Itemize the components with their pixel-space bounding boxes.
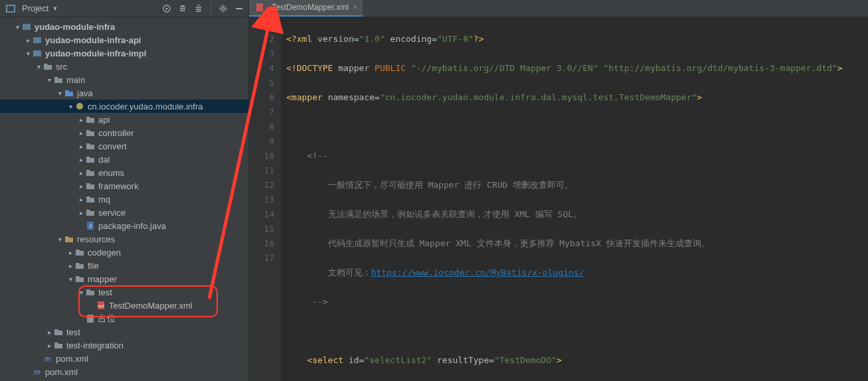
tree-module[interactable]: ▾yudao-module-infra xyxy=(0,20,248,33)
editor-tabbar: TestDemoMapper.xml × xyxy=(249,0,868,17)
project-title[interactable]: Project ▼ xyxy=(5,3,58,14)
text-file-icon xyxy=(85,313,96,324)
svg-rect-13 xyxy=(87,315,94,323)
module-icon xyxy=(32,48,43,58)
tree-file[interactable]: ▸占位 xyxy=(0,312,248,325)
svg-text:m: m xyxy=(34,368,41,376)
editor-tab-label: TestDemoMapper.xml xyxy=(272,3,349,12)
svg-rect-6 xyxy=(33,37,41,43)
tree-folder[interactable]: ▾test xyxy=(0,285,248,299)
code-content[interactable]: <?xml version="1.0" encoding="UTF-8"?> <… xyxy=(281,17,868,381)
tree-label: cn.iocoder.yudao.module.infra xyxy=(88,102,203,112)
tree-label: convert xyxy=(98,141,127,151)
tree-package[interactable]: ▸framework xyxy=(0,179,248,192)
tree-file-pom[interactable]: ▸mpom.xml xyxy=(0,365,248,378)
tree-source-folder[interactable]: ▾java xyxy=(0,86,248,100)
tree-label: test xyxy=(98,287,112,297)
tree-label: mapper xyxy=(88,274,117,284)
folder-icon xyxy=(53,74,64,85)
package-icon xyxy=(74,101,85,112)
resources-folder-icon xyxy=(64,234,74,244)
close-icon[interactable]: × xyxy=(353,3,357,12)
maven-icon: m xyxy=(32,366,43,377)
tree-module[interactable]: ▸yudao-module-infra-api xyxy=(0,33,248,46)
tree-label: codegen xyxy=(88,248,121,258)
svg-point-8 xyxy=(76,103,83,110)
tree-folder[interactable]: ▾mapper xyxy=(0,272,248,285)
tree-label: package-info.java xyxy=(98,221,166,231)
tree-package[interactable]: ▸service xyxy=(0,206,248,219)
tree-resources-folder[interactable]: ▾resources xyxy=(0,232,248,246)
folder-icon xyxy=(85,287,96,297)
svg-text:xml: xml xyxy=(98,304,104,308)
tree-package[interactable]: ▾cn.iocoder.yudao.module.infra xyxy=(0,100,248,113)
svg-rect-16 xyxy=(256,3,263,11)
tree-label: yudao-module-infra-api xyxy=(45,35,141,45)
tree-package[interactable]: ▸controller xyxy=(0,126,248,139)
tree-folder[interactable]: ▾src xyxy=(0,60,248,73)
project-tree[interactable]: ▾yudao-module-infra ▸yudao-module-infra-… xyxy=(0,17,248,381)
folder-icon xyxy=(53,340,64,350)
tree-label: file xyxy=(88,261,99,271)
package-icon xyxy=(85,194,96,204)
source-folder-icon xyxy=(64,88,74,98)
tree-module[interactable]: ▾yudao-module-infra-impl xyxy=(0,46,248,60)
tree-package[interactable]: ▸mq xyxy=(0,192,248,206)
settings-icon[interactable] xyxy=(217,2,230,15)
package-icon xyxy=(85,127,96,138)
tree-file-java[interactable]: ▸Jpackage-info.java xyxy=(0,219,248,232)
svg-point-3 xyxy=(222,7,224,10)
tree-label: api xyxy=(98,115,110,125)
package-icon xyxy=(85,181,96,191)
tree-folder[interactable]: ▸file xyxy=(0,259,248,272)
module-icon xyxy=(21,21,32,32)
folder-icon xyxy=(74,247,85,258)
tree-folder[interactable]: ▸test xyxy=(0,325,248,339)
java-file-icon: J xyxy=(85,220,96,231)
svg-rect-5 xyxy=(23,24,31,30)
hide-icon[interactable] xyxy=(232,2,246,15)
maven-icon: m xyxy=(43,353,53,364)
folder-icon xyxy=(74,273,85,284)
svg-rect-0 xyxy=(7,5,15,12)
dropdown-icon: ▼ xyxy=(52,5,58,12)
tree-package[interactable]: ▸enums xyxy=(0,166,248,179)
tree-label: 占位 xyxy=(98,313,116,325)
tree-label: yudao-module-infra xyxy=(35,22,115,32)
tree-label: pom.xml xyxy=(45,367,78,377)
folder-icon xyxy=(53,327,64,337)
expand-all-icon[interactable] xyxy=(176,2,189,15)
svg-text:m: m xyxy=(44,354,51,362)
select-opened-file-icon[interactable] xyxy=(160,2,173,15)
tree-folder[interactable]: ▸codegen xyxy=(0,246,248,259)
tree-label: pom.xml xyxy=(56,354,88,364)
tree-file-pom[interactable]: ▸mpom.xml xyxy=(0,352,248,365)
tree-label: test-integration xyxy=(66,341,124,350)
code-editor[interactable]: 1234567891011121314151617 <?xml version=… xyxy=(249,17,868,381)
editor-tab[interactable]: TestDemoMapper.xml × xyxy=(249,0,363,17)
package-icon xyxy=(85,167,96,178)
tree-label: dal xyxy=(98,155,110,165)
tree-label: controller xyxy=(98,128,133,138)
tree-label: TestDemoMapper.xml xyxy=(109,301,193,311)
folder-icon xyxy=(74,260,85,271)
tree-label: framework xyxy=(98,181,139,191)
collapse-all-icon[interactable] xyxy=(192,2,205,15)
tree-package[interactable]: ▸api xyxy=(0,113,248,126)
project-sidebar: Project ▼ ▾yudao-module-infra ▸yudao-mod… xyxy=(0,0,249,381)
tree-label: resources xyxy=(77,234,115,244)
svg-rect-4 xyxy=(236,8,242,9)
gutter: 1234567891011121314151617 xyxy=(249,17,281,381)
tree-label: test xyxy=(66,327,80,337)
tree-label: yudao-module-infra-impl xyxy=(45,48,146,58)
folder-icon xyxy=(43,61,53,72)
tree-label: main xyxy=(66,75,85,85)
tree-file-xml[interactable]: ▸xmlTestDemoMapper.xml xyxy=(0,299,248,312)
package-icon xyxy=(85,141,96,151)
tree-label: src xyxy=(56,62,67,72)
tree-package[interactable]: ▸dal xyxy=(0,153,248,166)
tree-folder[interactable]: ▸test-integration xyxy=(0,339,248,352)
tree-label: service xyxy=(98,208,126,218)
tree-folder[interactable]: ▾main xyxy=(0,73,248,86)
tree-package[interactable]: ▸convert xyxy=(0,139,248,153)
